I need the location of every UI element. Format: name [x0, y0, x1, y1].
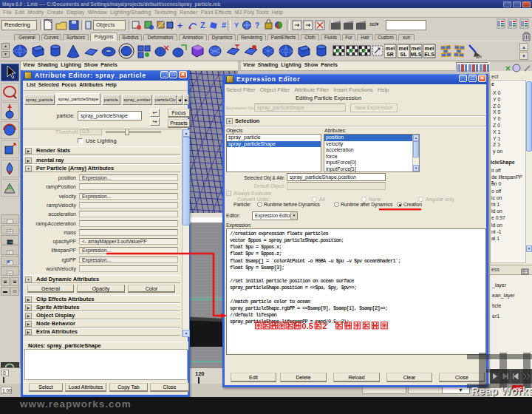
svg-text:ELS: ELS — [424, 52, 434, 57]
svg-text:?: ? — [255, 21, 259, 30]
svg-text:2: 2 — [322, 322, 327, 330]
svg-text:mel: mel — [424, 45, 434, 52]
svg-text:Reap Works: Reap Works — [471, 385, 532, 397]
svg-text:+: + — [177, 21, 183, 31]
svg-text:#: # — [222, 21, 226, 30]
svg-text:SR: SR — [386, 52, 394, 57]
svg-text:mel: mel — [412, 45, 421, 52]
svg-text:WHT: WHT — [476, 55, 482, 59]
svg-text:Y: Y — [234, 21, 239, 29]
svg-text:mel: mel — [386, 45, 395, 52]
svg-text:mel: mel — [398, 45, 408, 52]
svg-text:0.5: 0.5 — [302, 322, 313, 330]
svg-text:1:00: 1:00 — [8, 241, 13, 244]
svg-text:MLS: MLS — [411, 52, 422, 57]
svg-text:SL: SL — [400, 52, 407, 57]
svg-text:Z: Z — [200, 21, 205, 30]
